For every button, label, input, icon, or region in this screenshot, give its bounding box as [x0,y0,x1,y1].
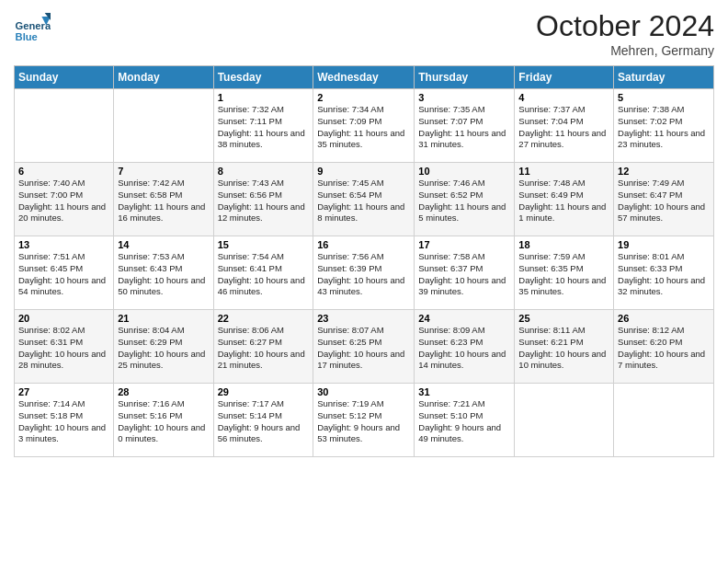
day-info: Sunrise: 7:58 AMSunset: 6:37 PMDaylight:… [418,251,510,298]
calendar-cell: 11Sunrise: 7:48 AMSunset: 6:49 PMDayligh… [515,163,614,236]
day-info: Sunrise: 7:16 AMSunset: 5:16 PMDaylight:… [118,398,209,445]
calendar-cell: 10Sunrise: 7:46 AMSunset: 6:52 PMDayligh… [415,163,515,236]
calendar-cell: 15Sunrise: 7:54 AMSunset: 6:41 PMDayligh… [213,236,313,310]
day-info: Sunrise: 7:54 AMSunset: 6:41 PMDaylight:… [218,251,310,298]
day-number: 20 [18,313,109,324]
day-number: 6 [18,166,109,177]
calendar-table: Sunday Monday Tuesday Wednesday Thursday… [14,65,714,457]
day-number: 24 [418,313,510,324]
calendar-cell: 29Sunrise: 7:17 AMSunset: 5:14 PMDayligh… [213,384,313,457]
calendar-cell: 20Sunrise: 8:02 AMSunset: 6:31 PMDayligh… [15,310,114,384]
calendar-cell [614,384,714,457]
day-number: 1 [218,92,310,103]
day-info: Sunrise: 7:48 AMSunset: 6:49 PMDaylight:… [518,178,609,224]
day-info: Sunrise: 8:04 AMSunset: 6:29 PMDaylight:… [118,325,209,372]
day-number: 26 [618,313,710,324]
day-info: Sunrise: 7:34 AMSunset: 7:09 PMDaylight:… [317,104,410,151]
day-info: Sunrise: 8:06 AMSunset: 6:27 PMDaylight:… [218,325,310,372]
day-number: 22 [218,313,310,324]
day-info: Sunrise: 7:14 AMSunset: 5:18 PMDaylight:… [18,398,109,445]
calendar-week-4: 27Sunrise: 7:14 AMSunset: 5:18 PMDayligh… [15,384,714,457]
calendar-cell: 5Sunrise: 7:38 AMSunset: 7:02 PMDaylight… [614,89,714,163]
calendar-cell: 16Sunrise: 7:56 AMSunset: 6:39 PMDayligh… [313,236,415,310]
day-info: Sunrise: 7:59 AMSunset: 6:35 PMDaylight:… [518,251,609,298]
location-subtitle: Mehren, Germany [536,43,714,58]
calendar-cell: 1Sunrise: 7:32 AMSunset: 7:11 PMDaylight… [213,89,313,163]
calendar-cell: 8Sunrise: 7:43 AMSunset: 6:56 PMDaylight… [213,163,313,236]
calendar-cell: 30Sunrise: 7:19 AMSunset: 5:12 PMDayligh… [313,384,415,457]
calendar-cell [15,89,114,163]
day-info: Sunrise: 7:43 AMSunset: 6:56 PMDaylight:… [218,178,310,224]
day-info: Sunrise: 7:51 AMSunset: 6:45 PMDaylight:… [18,251,109,298]
day-number: 9 [317,166,410,177]
col-friday: Friday [515,66,614,89]
calendar-cell: 13Sunrise: 7:51 AMSunset: 6:45 PMDayligh… [15,236,114,310]
calendar-cell: 17Sunrise: 7:58 AMSunset: 6:37 PMDayligh… [415,236,515,310]
day-number: 7 [118,166,209,177]
calendar-cell: 7Sunrise: 7:42 AMSunset: 6:58 PMDaylight… [114,163,213,236]
day-number: 21 [118,313,209,324]
day-number: 19 [618,239,710,250]
day-info: Sunrise: 8:01 AMSunset: 6:33 PMDaylight:… [618,251,710,298]
day-info: Sunrise: 7:35 AMSunset: 7:07 PMDaylight:… [418,104,510,151]
calendar-cell: 27Sunrise: 7:14 AMSunset: 5:18 PMDayligh… [15,384,114,457]
calendar-cell: 12Sunrise: 7:49 AMSunset: 6:47 PMDayligh… [614,163,714,236]
day-number: 31 [418,386,510,397]
col-monday: Monday [114,66,213,89]
day-info: Sunrise: 7:46 AMSunset: 6:52 PMDaylight:… [418,178,510,224]
calendar-cell: 23Sunrise: 8:07 AMSunset: 6:25 PMDayligh… [313,310,415,384]
col-wednesday: Wednesday [313,66,415,89]
col-thursday: Thursday [415,66,515,89]
page: General Blue October 2024 Mehren, German… [0,0,728,563]
day-number: 11 [518,166,609,177]
day-info: Sunrise: 7:32 AMSunset: 7:11 PMDaylight:… [218,104,310,151]
calendar-cell: 3Sunrise: 7:35 AMSunset: 7:07 PMDaylight… [415,89,515,163]
svg-text:Blue: Blue [16,31,38,42]
day-number: 15 [218,239,310,250]
calendar-cell: 14Sunrise: 7:53 AMSunset: 6:43 PMDayligh… [114,236,213,310]
day-info: Sunrise: 7:53 AMSunset: 6:43 PMDaylight:… [118,251,209,298]
calendar-week-1: 6Sunrise: 7:40 AMSunset: 7:00 PMDaylight… [15,163,714,236]
month-title: October 2024 [536,9,714,43]
header: General Blue October 2024 Mehren, German… [14,9,714,58]
col-tuesday: Tuesday [213,66,313,89]
day-info: Sunrise: 7:38 AMSunset: 7:02 PMDaylight:… [618,104,710,151]
day-info: Sunrise: 8:09 AMSunset: 6:23 PMDaylight:… [418,325,510,372]
day-info: Sunrise: 8:02 AMSunset: 6:31 PMDaylight:… [18,325,109,372]
calendar-week-0: 1Sunrise: 7:32 AMSunset: 7:11 PMDaylight… [15,89,714,163]
day-info: Sunrise: 7:42 AMSunset: 6:58 PMDaylight:… [118,178,209,224]
day-info: Sunrise: 7:40 AMSunset: 7:00 PMDaylight:… [18,178,109,224]
calendar-cell: 28Sunrise: 7:16 AMSunset: 5:16 PMDayligh… [114,384,213,457]
day-number: 23 [317,313,410,324]
day-info: Sunrise: 8:11 AMSunset: 6:21 PMDaylight:… [518,325,609,372]
day-info: Sunrise: 7:21 AMSunset: 5:10 PMDaylight:… [418,398,510,445]
col-sunday: Sunday [15,66,114,89]
day-number: 29 [218,386,310,397]
day-number: 3 [418,92,510,103]
calendar-cell [515,384,614,457]
day-number: 4 [518,92,609,103]
calendar-header-row: Sunday Monday Tuesday Wednesday Thursday… [15,66,714,89]
calendar-cell: 22Sunrise: 8:06 AMSunset: 6:27 PMDayligh… [213,310,313,384]
day-info: Sunrise: 7:56 AMSunset: 6:39 PMDaylight:… [317,251,410,298]
day-number: 16 [317,239,410,250]
day-number: 18 [518,239,609,250]
day-number: 12 [618,166,710,177]
day-number: 10 [418,166,510,177]
title-block: October 2024 Mehren, Germany [536,9,714,58]
calendar-cell: 24Sunrise: 8:09 AMSunset: 6:23 PMDayligh… [415,310,515,384]
day-number: 17 [418,239,510,250]
day-number: 5 [618,92,710,103]
day-info: Sunrise: 8:12 AMSunset: 6:20 PMDaylight:… [618,325,710,372]
day-info: Sunrise: 8:07 AMSunset: 6:25 PMDaylight:… [317,325,410,372]
calendar-cell: 21Sunrise: 8:04 AMSunset: 6:29 PMDayligh… [114,310,213,384]
calendar-cell: 26Sunrise: 8:12 AMSunset: 6:20 PMDayligh… [614,310,714,384]
calendar-week-2: 13Sunrise: 7:51 AMSunset: 6:45 PMDayligh… [15,236,714,310]
col-saturday: Saturday [614,66,714,89]
day-number: 28 [118,386,209,397]
day-info: Sunrise: 7:37 AMSunset: 7:04 PMDaylight:… [518,104,609,151]
day-number: 27 [18,386,109,397]
day-info: Sunrise: 7:19 AMSunset: 5:12 PMDaylight:… [317,398,410,445]
calendar-cell: 6Sunrise: 7:40 AMSunset: 7:00 PMDaylight… [15,163,114,236]
calendar-week-3: 20Sunrise: 8:02 AMSunset: 6:31 PMDayligh… [15,310,714,384]
